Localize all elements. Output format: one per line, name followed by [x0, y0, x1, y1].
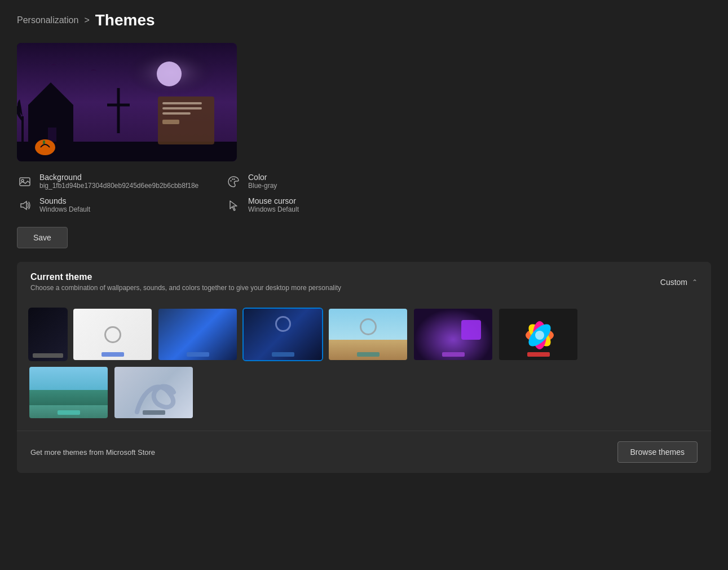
- chevron-up-icon: ⌃: [692, 278, 698, 286]
- cursor-value: Windows Default: [248, 205, 299, 213]
- themes-row-1: [28, 308, 700, 361]
- current-theme-subtitle: Choose a combination of wallpapers, soun…: [30, 284, 341, 292]
- browse-themes-button[interactable]: Browse themes: [617, 441, 698, 463]
- preview-line-3: [162, 112, 191, 115]
- breadcrumb-separator: >: [84, 15, 89, 25]
- theme-thumb-windows-blue[interactable]: [157, 308, 238, 361]
- sounds-text: Sounds Windows Default: [39, 196, 90, 213]
- preview-dialog: [158, 97, 214, 144]
- themes-header-right[interactable]: Custom ⌃: [660, 278, 698, 287]
- theme-preview: [17, 43, 237, 161]
- svg-point-21: [535, 331, 544, 340]
- breadcrumb: Personalization > Themes: [17, 11, 711, 29]
- cursor-icon: [226, 198, 241, 213]
- preview-line-2: [162, 107, 202, 109]
- preview-line-1: [162, 102, 202, 104]
- background-icon: [17, 174, 33, 190]
- svg-point-15: [232, 178, 233, 179]
- cursor-text: Mouse cursor Windows Default: [248, 196, 299, 213]
- current-theme-section: Current theme Choose a combination of wa…: [17, 262, 711, 473]
- sounds-info: Sounds Windows Default: [17, 196, 203, 213]
- background-text: Background big_1fb1d94be17304d80eb9245d6…: [39, 173, 198, 190]
- sounds-value: Windows Default: [39, 205, 90, 213]
- preview-dialog-button: [162, 120, 179, 124]
- svg-rect-11: [43, 141, 45, 144]
- themes-row-2: [28, 366, 700, 419]
- breadcrumb-parent[interactable]: Personalization: [17, 15, 78, 25]
- current-theme-value: Custom: [660, 278, 687, 287]
- background-value: big_1fb1d94be17304d80eb9245d6ee9b2b6cbb8…: [39, 182, 198, 190]
- theme-info-grid: Background big_1fb1d94be17304d80eb9245d6…: [17, 173, 412, 213]
- themes-header-left: Current theme Choose a combination of wa…: [30, 272, 341, 292]
- current-theme-title: Current theme: [30, 272, 341, 282]
- theme-thumb-nature[interactable]: [328, 308, 408, 361]
- background-label: Background: [39, 173, 198, 182]
- sounds-icon: [17, 198, 33, 213]
- theme-thumb-lake[interactable]: [28, 366, 109, 419]
- color-icon: [226, 174, 241, 190]
- cursor-info: Mouse cursor Windows Default: [226, 196, 412, 213]
- svg-point-16: [233, 178, 235, 179]
- cursor-label: Mouse cursor: [248, 196, 299, 205]
- store-bar: Get more themes from Microsoft Store Bro…: [17, 431, 711, 473]
- svg-point-2: [157, 62, 182, 86]
- color-value: Blue-gray: [248, 182, 277, 190]
- color-text: Color Blue-gray: [248, 173, 277, 190]
- color-info: Color Blue-gray: [226, 173, 412, 190]
- theme-thumb-light[interactable]: [72, 308, 153, 361]
- sounds-label: Sounds: [39, 196, 90, 205]
- store-text: Get more themes from Microsoft Store: [30, 448, 155, 457]
- page-container: Personalization > Themes: [0, 0, 728, 484]
- page-title: Themes: [95, 11, 155, 29]
- theme-thumb-windows11[interactable]: [113, 366, 194, 419]
- save-button[interactable]: Save: [17, 227, 68, 248]
- theme-thumb-colorful[interactable]: [498, 308, 579, 361]
- svg-point-14: [230, 180, 231, 181]
- color-label: Color: [248, 173, 277, 182]
- themes-header: Current theme Choose a combination of wa…: [17, 262, 711, 302]
- theme-thumb-purple[interactable]: [413, 308, 493, 361]
- themes-grid: [17, 302, 711, 431]
- theme-thumb-windows-blue-dark[interactable]: [242, 308, 323, 361]
- background-info: Background big_1fb1d94be17304d80eb9245d6…: [17, 173, 203, 190]
